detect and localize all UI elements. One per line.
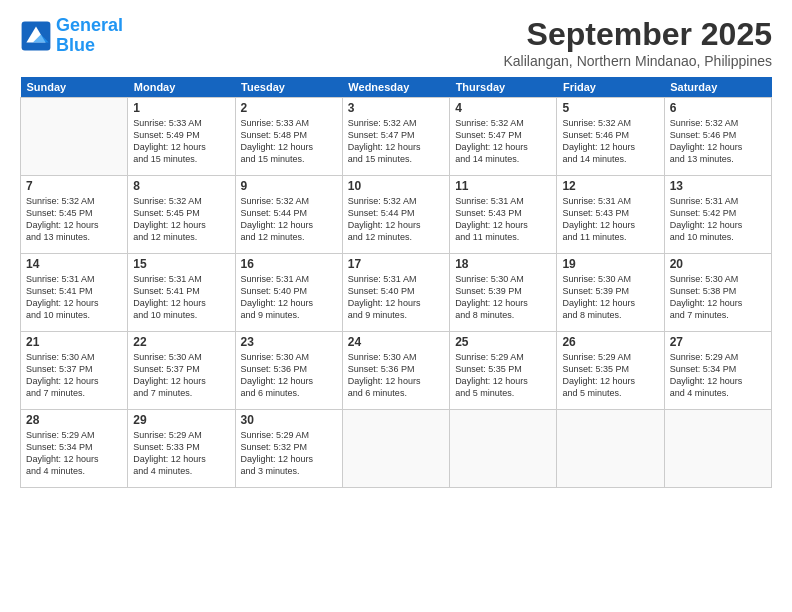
day-info: Sunrise: 5:32 AMSunset: 5:46 PMDaylight:… (670, 117, 766, 166)
day-info: Sunrise: 5:29 AMSunset: 5:34 PMDaylight:… (26, 429, 122, 478)
calendar-cell: 4Sunrise: 5:32 AMSunset: 5:47 PMDaylight… (450, 98, 557, 176)
header: General Blue September 2025 Kalilangan, … (20, 16, 772, 69)
day-number: 4 (455, 101, 551, 115)
logo-text: General Blue (56, 16, 123, 56)
calendar-cell: 22Sunrise: 5:30 AMSunset: 5:37 PMDayligh… (128, 332, 235, 410)
day-number: 15 (133, 257, 229, 271)
day-info: Sunrise: 5:31 AMSunset: 5:43 PMDaylight:… (455, 195, 551, 244)
calendar-cell: 26Sunrise: 5:29 AMSunset: 5:35 PMDayligh… (557, 332, 664, 410)
day-number: 6 (670, 101, 766, 115)
day-number: 25 (455, 335, 551, 349)
day-number: 22 (133, 335, 229, 349)
day-info: Sunrise: 5:30 AMSunset: 5:38 PMDaylight:… (670, 273, 766, 322)
calendar-cell: 2Sunrise: 5:33 AMSunset: 5:48 PMDaylight… (235, 98, 342, 176)
week-row-4: 21Sunrise: 5:30 AMSunset: 5:37 PMDayligh… (21, 332, 772, 410)
calendar-cell: 7Sunrise: 5:32 AMSunset: 5:45 PMDaylight… (21, 176, 128, 254)
calendar-cell: 24Sunrise: 5:30 AMSunset: 5:36 PMDayligh… (342, 332, 449, 410)
calendar-cell: 1Sunrise: 5:33 AMSunset: 5:49 PMDaylight… (128, 98, 235, 176)
calendar-cell: 19Sunrise: 5:30 AMSunset: 5:39 PMDayligh… (557, 254, 664, 332)
calendar-cell: 29Sunrise: 5:29 AMSunset: 5:33 PMDayligh… (128, 410, 235, 488)
calendar-cell (342, 410, 449, 488)
day-info: Sunrise: 5:32 AMSunset: 5:44 PMDaylight:… (348, 195, 444, 244)
calendar-cell: 11Sunrise: 5:31 AMSunset: 5:43 PMDayligh… (450, 176, 557, 254)
calendar-cell: 15Sunrise: 5:31 AMSunset: 5:41 PMDayligh… (128, 254, 235, 332)
day-number: 14 (26, 257, 122, 271)
day-number: 1 (133, 101, 229, 115)
day-info: Sunrise: 5:31 AMSunset: 5:42 PMDaylight:… (670, 195, 766, 244)
page: General Blue September 2025 Kalilangan, … (0, 0, 792, 612)
day-info: Sunrise: 5:32 AMSunset: 5:46 PMDaylight:… (562, 117, 658, 166)
day-number: 16 (241, 257, 337, 271)
day-info: Sunrise: 5:31 AMSunset: 5:40 PMDaylight:… (241, 273, 337, 322)
day-number: 10 (348, 179, 444, 193)
day-number: 5 (562, 101, 658, 115)
col-header-saturday: Saturday (664, 77, 771, 98)
calendar-cell: 18Sunrise: 5:30 AMSunset: 5:39 PMDayligh… (450, 254, 557, 332)
day-info: Sunrise: 5:32 AMSunset: 5:47 PMDaylight:… (348, 117, 444, 166)
day-info: Sunrise: 5:30 AMSunset: 5:36 PMDaylight:… (348, 351, 444, 400)
day-number: 7 (26, 179, 122, 193)
day-info: Sunrise: 5:29 AMSunset: 5:35 PMDaylight:… (455, 351, 551, 400)
day-number: 9 (241, 179, 337, 193)
day-number: 20 (670, 257, 766, 271)
day-info: Sunrise: 5:33 AMSunset: 5:49 PMDaylight:… (133, 117, 229, 166)
calendar-cell: 28Sunrise: 5:29 AMSunset: 5:34 PMDayligh… (21, 410, 128, 488)
day-info: Sunrise: 5:32 AMSunset: 5:45 PMDaylight:… (133, 195, 229, 244)
logo-general: General (56, 15, 123, 35)
logo-icon (20, 20, 52, 52)
day-number: 2 (241, 101, 337, 115)
week-row-5: 28Sunrise: 5:29 AMSunset: 5:34 PMDayligh… (21, 410, 772, 488)
col-header-monday: Monday (128, 77, 235, 98)
calendar-cell: 17Sunrise: 5:31 AMSunset: 5:40 PMDayligh… (342, 254, 449, 332)
day-number: 26 (562, 335, 658, 349)
month-title: September 2025 (503, 16, 772, 53)
calendar-cell (557, 410, 664, 488)
calendar-cell: 12Sunrise: 5:31 AMSunset: 5:43 PMDayligh… (557, 176, 664, 254)
calendar-cell: 5Sunrise: 5:32 AMSunset: 5:46 PMDaylight… (557, 98, 664, 176)
day-info: Sunrise: 5:29 AMSunset: 5:34 PMDaylight:… (670, 351, 766, 400)
calendar-cell: 16Sunrise: 5:31 AMSunset: 5:40 PMDayligh… (235, 254, 342, 332)
day-number: 11 (455, 179, 551, 193)
col-header-thursday: Thursday (450, 77, 557, 98)
calendar-cell: 21Sunrise: 5:30 AMSunset: 5:37 PMDayligh… (21, 332, 128, 410)
day-info: Sunrise: 5:32 AMSunset: 5:45 PMDaylight:… (26, 195, 122, 244)
calendar-cell (450, 410, 557, 488)
calendar-cell: 13Sunrise: 5:31 AMSunset: 5:42 PMDayligh… (664, 176, 771, 254)
calendar-cell: 27Sunrise: 5:29 AMSunset: 5:34 PMDayligh… (664, 332, 771, 410)
calendar-cell (21, 98, 128, 176)
day-number: 17 (348, 257, 444, 271)
day-info: Sunrise: 5:29 AMSunset: 5:33 PMDaylight:… (133, 429, 229, 478)
day-info: Sunrise: 5:30 AMSunset: 5:39 PMDaylight:… (562, 273, 658, 322)
day-number: 13 (670, 179, 766, 193)
day-info: Sunrise: 5:31 AMSunset: 5:43 PMDaylight:… (562, 195, 658, 244)
day-info: Sunrise: 5:30 AMSunset: 5:39 PMDaylight:… (455, 273, 551, 322)
day-number: 27 (670, 335, 766, 349)
day-number: 24 (348, 335, 444, 349)
day-number: 19 (562, 257, 658, 271)
day-info: Sunrise: 5:33 AMSunset: 5:48 PMDaylight:… (241, 117, 337, 166)
day-info: Sunrise: 5:29 AMSunset: 5:35 PMDaylight:… (562, 351, 658, 400)
logo: General Blue (20, 16, 123, 56)
calendar-cell: 8Sunrise: 5:32 AMSunset: 5:45 PMDaylight… (128, 176, 235, 254)
day-info: Sunrise: 5:31 AMSunset: 5:40 PMDaylight:… (348, 273, 444, 322)
calendar-header-row: SundayMondayTuesdayWednesdayThursdayFrid… (21, 77, 772, 98)
calendar-cell: 6Sunrise: 5:32 AMSunset: 5:46 PMDaylight… (664, 98, 771, 176)
week-row-1: 1Sunrise: 5:33 AMSunset: 5:49 PMDaylight… (21, 98, 772, 176)
day-number: 28 (26, 413, 122, 427)
day-info: Sunrise: 5:31 AMSunset: 5:41 PMDaylight:… (133, 273, 229, 322)
day-info: Sunrise: 5:32 AMSunset: 5:44 PMDaylight:… (241, 195, 337, 244)
calendar-cell: 25Sunrise: 5:29 AMSunset: 5:35 PMDayligh… (450, 332, 557, 410)
calendar-cell: 30Sunrise: 5:29 AMSunset: 5:32 PMDayligh… (235, 410, 342, 488)
col-header-tuesday: Tuesday (235, 77, 342, 98)
day-info: Sunrise: 5:32 AMSunset: 5:47 PMDaylight:… (455, 117, 551, 166)
day-number: 12 (562, 179, 658, 193)
week-row-3: 14Sunrise: 5:31 AMSunset: 5:41 PMDayligh… (21, 254, 772, 332)
col-header-sunday: Sunday (21, 77, 128, 98)
calendar-cell: 23Sunrise: 5:30 AMSunset: 5:36 PMDayligh… (235, 332, 342, 410)
day-number: 29 (133, 413, 229, 427)
calendar-cell: 10Sunrise: 5:32 AMSunset: 5:44 PMDayligh… (342, 176, 449, 254)
calendar-table: SundayMondayTuesdayWednesdayThursdayFrid… (20, 77, 772, 488)
day-number: 3 (348, 101, 444, 115)
calendar-cell: 9Sunrise: 5:32 AMSunset: 5:44 PMDaylight… (235, 176, 342, 254)
location: Kalilangan, Northern Mindanao, Philippin… (503, 53, 772, 69)
